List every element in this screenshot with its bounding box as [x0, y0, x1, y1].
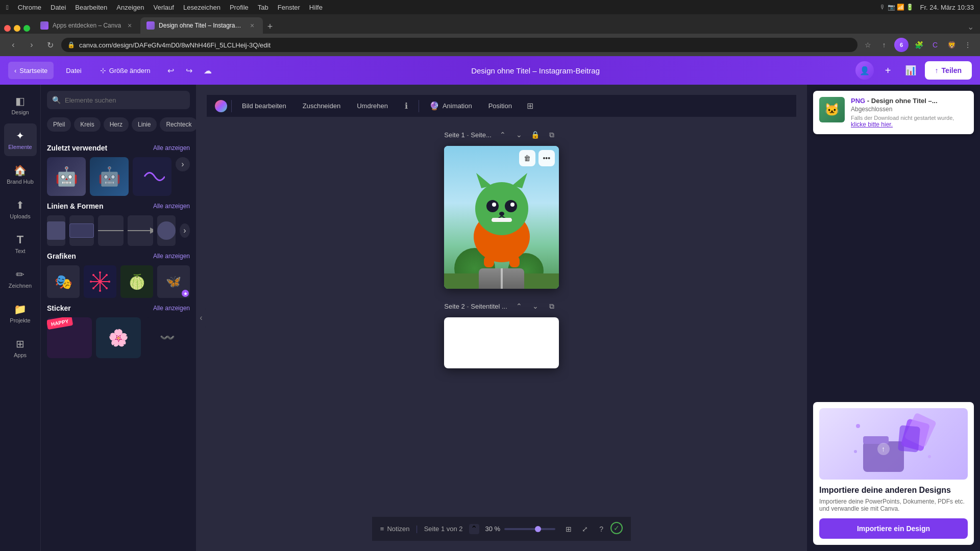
canva-ext[interactable]: C [929, 39, 941, 51]
menu-hilfe[interactable]: Hilfe [309, 4, 323, 11]
analytics-icon[interactable]: 📊 [902, 62, 919, 79]
menu-fenster[interactable]: Fenster [278, 4, 300, 11]
recent-item-1[interactable]: 🤖 [47, 157, 86, 196]
page-nav-up[interactable]: ⌃ [469, 524, 479, 534]
import-button[interactable]: Importiere ein Design [819, 518, 968, 539]
shape-line1[interactable] [98, 215, 124, 246]
recent-items-next[interactable]: › [176, 157, 190, 171]
notes-button[interactable]: ≡ Notizen [380, 525, 410, 533]
recent-item-2[interactable]: 🤖 [90, 157, 129, 196]
sidebar-item-apps[interactable]: ⊞ Apps [4, 332, 37, 364]
notif-link[interactable]: klicke bitte hier. [851, 121, 968, 128]
crop-button[interactable]: Zuschneiden [297, 98, 347, 114]
menu-chrome[interactable]: Chrome [18, 4, 41, 11]
sticker-2[interactable]: 🌸 [96, 317, 141, 358]
page2-collapse[interactable]: ⌄ [528, 299, 543, 313]
bookmark-star[interactable]: ☆ [862, 39, 874, 51]
more-icon[interactable]: ⋮ [962, 39, 974, 51]
graphic-1[interactable]: 🎭 [47, 265, 80, 298]
sidebar-item-elements[interactable]: ✦ Elemente [4, 123, 37, 156]
tab-list-button[interactable]: ⌄ [965, 20, 976, 34]
checkerboard-icon[interactable]: ⊞ [522, 98, 538, 114]
filter-rechteck[interactable]: Rechteck [160, 117, 196, 132]
menu-verlauf[interactable]: Verlauf [153, 4, 174, 11]
undo-button[interactable]: ↩ [163, 62, 179, 79]
extensions-icon[interactable]: 🧩 [913, 39, 925, 51]
resize-button[interactable]: ⊹ Größe ändern [94, 62, 157, 79]
apple-menu[interactable]:  [6, 4, 9, 11]
file-button[interactable]: Datei [60, 62, 87, 79]
menu-datei[interactable]: Datei [51, 4, 66, 11]
animation-button[interactable]: 🔮 Animation [423, 98, 478, 114]
status-check[interactable]: ✓ [610, 522, 623, 534]
new-tab-button[interactable]: + [263, 19, 277, 34]
sidebar-item-drawing[interactable]: ✏ Zeichnen [4, 262, 37, 295]
position-button[interactable]: Position [482, 98, 518, 114]
info-icon[interactable]: ℹ [398, 98, 414, 114]
help[interactable]: ? [594, 522, 608, 536]
home-button[interactable]: ‹ Startseite [8, 62, 54, 79]
filter-linie[interactable]: Linie [132, 117, 157, 132]
sidebar-item-design[interactable]: ◧ Design [4, 89, 37, 121]
menu-lesezeichen[interactable]: Lesezeichen [183, 4, 220, 11]
page-expand-icon[interactable]: ⌃ [496, 128, 510, 142]
recent-item-3[interactable] [133, 157, 172, 196]
menu-anzeigen[interactable]: Anzeigen [116, 4, 144, 11]
forward-button[interactable]: › [24, 38, 39, 52]
recent-show-all[interactable]: Alle anzeigen [153, 144, 190, 152]
page-copy-icon[interactable]: ⧉ [545, 128, 559, 142]
tab-close-1[interactable]: × [125, 21, 134, 30]
sticker-show-all[interactable]: Alle anzeigen [153, 305, 190, 312]
tab-apps[interactable]: Apps entdecken – Canva × [34, 17, 140, 34]
reload-button[interactable]: ↻ [43, 38, 57, 52]
shape-rect[interactable] [69, 215, 94, 246]
shapes-show-all[interactable]: Alle anzeigen [153, 203, 190, 210]
sidebar-item-brand-hub[interactable]: 🏠 Brand Hub [4, 158, 37, 191]
graphics-show-all[interactable]: Alle anzeigen [153, 253, 190, 260]
sidebar-item-uploads[interactable]: ⬆ Uploads [4, 193, 37, 226]
shape-square[interactable] [47, 215, 65, 246]
search-box[interactable]: 🔍 [47, 91, 190, 109]
page2-copy[interactable]: ⧉ [545, 299, 559, 313]
flip-button[interactable]: Umdrehen [351, 98, 394, 114]
menu-bearbeiten[interactable]: Bearbeiten [75, 4, 107, 11]
page-lock-icon[interactable]: 🔒 [528, 128, 543, 142]
filter-pfeil[interactable]: Pfeil [47, 117, 71, 132]
page-collapse-icon[interactable]: ⌄ [512, 128, 526, 142]
fullscreen[interactable]: ⤢ [578, 522, 592, 536]
color-picker[interactable] [215, 100, 227, 112]
graphic-3[interactable]: 🍈 [120, 265, 153, 298]
graphic-4[interactable]: 🦋 ★ [157, 265, 190, 298]
redo-button[interactable]: ↪ [181, 62, 198, 79]
zoom-thumb[interactable] [535, 526, 541, 532]
tab-close-2[interactable]: × [248, 21, 257, 30]
sticker-3[interactable]: 〰️ [145, 317, 190, 358]
shapes-next[interactable]: › [180, 223, 190, 238]
share-button[interactable]: ↑ Teilen [925, 61, 972, 80]
filter-herz[interactable]: Herz [104, 117, 129, 132]
menu-profile[interactable]: Profile [230, 4, 249, 11]
share-icon[interactable]: ↑ [878, 39, 890, 51]
sidebar-item-projects[interactable]: 📁 Projekte [4, 297, 37, 330]
page2-expand[interactable]: ⌃ [512, 299, 526, 313]
user-avatar[interactable]: 👤 [855, 61, 874, 80]
graphic-2[interactable] [84, 265, 116, 298]
delete-element-button[interactable]: 🗑 [519, 150, 535, 166]
add-collaborator[interactable]: + [880, 62, 896, 79]
shape-line2[interactable] [128, 215, 153, 246]
panel-collapse[interactable]: ‹ [197, 308, 206, 328]
edit-image-button[interactable]: Bild bearbeiten [236, 98, 292, 114]
tab-design[interactable]: Design ohne Titel – Instagram... × [140, 17, 263, 34]
window-minimize[interactable] [14, 25, 20, 32]
shape-circle[interactable] [157, 215, 176, 246]
zoom-slider[interactable] [504, 528, 555, 530]
profile-avatar[interactable]: 6 [894, 38, 909, 52]
filter-kreis[interactable]: Kreis [74, 117, 100, 132]
brave-icon[interactable]: 🦁 [945, 39, 958, 51]
more-element-options[interactable]: ••• [538, 150, 555, 166]
menu-tab[interactable]: Tab [258, 4, 268, 11]
window-maximize[interactable] [23, 25, 30, 32]
back-button[interactable]: ‹ [6, 38, 20, 52]
grid-view[interactable]: ⊞ [561, 522, 576, 536]
window-close[interactable] [4, 25, 11, 32]
